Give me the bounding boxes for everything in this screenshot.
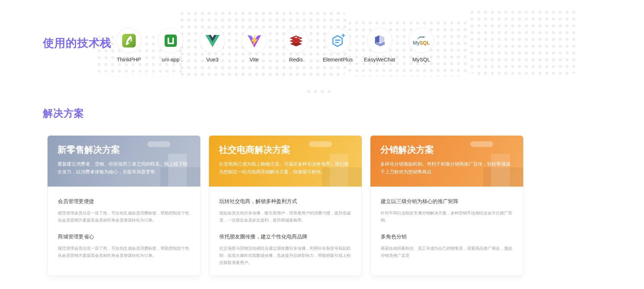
mysql-dolphin-icon [416, 36, 426, 40]
card-description: 重新建立消费者、货物、经营场所三者之间的联系。线上线下联合发力，以消费者体验为核… [58, 160, 190, 176]
tech-circle [241, 28, 267, 53]
vite-icon [246, 33, 262, 49]
easywechat-icon [372, 33, 388, 49]
feature-title: 会员管理更便捷 [58, 198, 190, 205]
feature-description: 社交场景与营销活动相结合通过朋友圈分享传播，利用分享裂变等鼓励机制，实现大爆炸式… [219, 245, 351, 266]
feature-block: 会员管理更便捷 规范管理会员信息一目了然，可自动生成会员消费标签，帮助您制定个性… [58, 198, 190, 224]
dot-pattern [469, 9, 578, 75]
tech-circle: MySQL [409, 28, 434, 53]
tech-item-thinkphp: ThinkPHP [108, 28, 150, 62]
tech-circle [367, 28, 392, 53]
tech-label: Vite [250, 56, 259, 62]
solution-cards: 新零售解决方案 重新建立消费者、货物、经营场所三者之间的联系。线上线下联合发力，… [48, 136, 523, 276]
feature-block: 依托朋友圈传播，建立个性化电商品牌 社交场景与营销活动相结合通过朋友圈分享传播，… [219, 233, 351, 266]
tech-item-uniapp: uni-app [150, 28, 191, 62]
card-body: 建立以三级分销为核心的推广矩阵 针对不同行业制定专属分销解决方案，多种营销手段相… [370, 187, 523, 276]
feature-title: 多角色分销 [381, 233, 513, 240]
tech-item-redis: Redis [275, 28, 317, 62]
mysql-icon: MySQL [413, 36, 430, 45]
tech-label: uni-app [161, 56, 179, 62]
card-title: 分销解决方案 [380, 144, 513, 156]
feature-block: 玩转社交电商，解锁多种盈利方式 鼓励会员主动分享传播，吸引新用户，培养老用户的消… [219, 198, 351, 224]
card-description: 多样化分销激励机制。有利于刺激分销商推广宣传，轻松带领成千上万粉丝为您销售商品 [380, 160, 513, 176]
feature-title: 建立以三级分销为核心的推广矩阵 [381, 198, 513, 205]
card-body: 会员管理更便捷 规范管理会员信息一目了然，可自动生成会员消费标签，帮助您制定个性… [48, 187, 200, 276]
uniapp-icon [163, 33, 178, 48]
solution-card-distribution[interactable]: 分销解决方案 多样化分销激励机制。有利于刺激分销商推广宣传，轻松带领成千上万粉丝… [370, 136, 523, 276]
tech-label: Vue3 [206, 56, 218, 62]
mysql-wordmark-my: My [413, 40, 420, 46]
feature-block: 建立以三级分销为核心的推广矩阵 针对不同行业制定专属分销解决方案，多种营销手段相… [381, 198, 513, 224]
tech-circle [158, 28, 183, 53]
tech-circle [283, 28, 309, 53]
thinkphp-icon [121, 33, 137, 49]
card-header: 社交电商解决方案 社交电商已成为线上购物主流，可满足多样化业务场景。我们将为您制… [209, 136, 362, 187]
solutions-heading: 解决方案 [43, 107, 84, 120]
tech-stack-heading: 使用的技术栈 [43, 36, 111, 51]
card-header: 分销解决方案 多样化分销激励机制。有利于刺激分销商推广宣传，轻松带领成千上万粉丝… [370, 136, 523, 187]
feature-title: 商城管理更省心 [58, 233, 190, 240]
tech-item-vue3: Vue3 [191, 28, 233, 62]
card-header: 新零售解决方案 重新建立消费者、货物、经营场所三者之间的联系。线上线下联合发力，… [48, 136, 200, 187]
tech-circle [116, 28, 141, 53]
tech-label: MySQL [412, 56, 430, 62]
feature-title: 玩转社交电商，解锁多种盈利方式 [219, 198, 351, 205]
feature-description: 规范管理会员信息一目了然，可自动生成会员消费标签，帮助您制定个性化会员营销方案提… [58, 245, 190, 259]
solution-card-new-retail[interactable]: 新零售解决方案 重新建立消费者、货物、经营场所三者之间的联系。线上线下联合发力，… [48, 136, 200, 276]
tech-item-vite: Vite [233, 28, 275, 62]
card-description: 社交电商已成为线上购物主流，可满足多样化业务场景。我们将为您制定一站式电商营销解… [219, 160, 352, 176]
tech-stack-list: ThinkPHP uni-app Vue3 [108, 28, 442, 62]
solution-card-social-ecommerce[interactable]: 社交电商解决方案 社交电商已成为线上购物主流，可满足多样化业务场景。我们将为您制… [209, 136, 362, 276]
feature-description: 鼓励会员主动分享传播，吸引新用户，培养老用户的消费习惯，提升忠诚度，一次锁定会员… [219, 209, 351, 224]
tech-item-elementplus: ElementPlus [317, 28, 359, 62]
page: 使用的技术栈 ThinkPHP uni-app [0, 0, 644, 289]
feature-description: 针对不同行业制定专属分销解决方案，多种营销手段相结合全方位推广营销。 [381, 209, 513, 224]
tech-label: ThinkPHP [117, 56, 141, 62]
tech-circle [325, 28, 350, 53]
feature-block: 商城管理更省心 规范管理会员信息一目了然，可自动生成会员消费标签，帮助您制定个性… [58, 233, 190, 259]
card-title: 社交电商解决方案 [219, 144, 352, 156]
redis-icon [288, 33, 304, 49]
mysql-wordmark: MySQL [413, 40, 430, 45]
card-title: 新零售解决方案 [58, 144, 190, 156]
tech-item-mysql: MySQL MySQL [400, 28, 442, 62]
feature-block: 多角色分销 商家自由招募粉丝、员工等成为自己的销售员，设置商品推广佣金，激励分销… [381, 233, 513, 259]
mysql-wordmark-sql: SQL [419, 40, 430, 46]
tech-label: ElementPlus [323, 56, 353, 62]
dot-pattern [305, 88, 334, 97]
tech-circle [200, 28, 225, 53]
card-body: 玩转社交电商，解锁多种盈利方式 鼓励会员主动分享传播，吸引新用户，培养老用户的消… [209, 187, 362, 276]
feature-description: 规范管理会员信息一目了然，可自动生成会员消费标签，帮助您制定个性化会员营销方案提… [58, 209, 190, 224]
feature-title: 依托朋友圈传播，建立个性化电商品牌 [219, 233, 351, 240]
feature-description: 商家自由招募粉丝、员工等成为自己的销售员，设置商品推广佣金，激励分销员推广卖货 [381, 245, 513, 259]
tech-label: EasyWeChat [364, 56, 395, 62]
elementplus-icon [330, 33, 346, 49]
vue3-icon [205, 34, 220, 48]
tech-label: Redis [289, 56, 303, 62]
tech-item-easywechat: EasyWeChat [359, 28, 400, 62]
